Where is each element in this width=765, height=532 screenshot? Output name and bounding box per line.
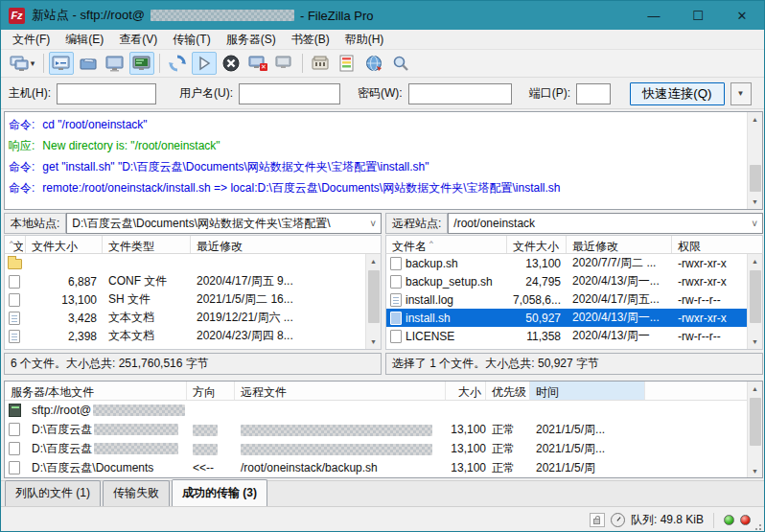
queue-transfer-row[interactable]: D:\百度云盘 13,100 正常 2021/1/5/周... bbox=[5, 420, 762, 439]
menu-bookmarks[interactable]: 书签(B) bbox=[284, 30, 337, 50]
remote-file-row-selected[interactable]: install.sh 50,927 2020/4/13/周一... -rwxr-… bbox=[386, 309, 762, 327]
disconnect-button[interactable]: ✕ bbox=[245, 52, 270, 75]
file-size: 50,927 bbox=[507, 312, 567, 325]
transfer-queue: 服务器/本地文件 方向 远程文件 大小 优先级 时间 sftp://root@ … bbox=[4, 381, 763, 478]
column-header-name[interactable]: ^文件名 bbox=[5, 236, 26, 253]
synchronized-browsing-button[interactable] bbox=[361, 52, 386, 75]
column-header-local-file[interactable]: 服务器/本地文件 bbox=[5, 382, 187, 400]
cancel-operation-button[interactable] bbox=[219, 52, 243, 75]
column-header-name[interactable]: 文件名^ bbox=[386, 236, 507, 253]
column-header-size[interactable]: 文件大小 bbox=[507, 236, 567, 253]
local-list-scrollbar[interactable]: ▲ ▼ bbox=[365, 254, 381, 349]
quickconnect-dropdown-button[interactable]: ▼ bbox=[730, 82, 752, 105]
column-header-remote-file[interactable]: 远程文件 bbox=[235, 382, 446, 400]
log-line-type: 响应: bbox=[9, 139, 35, 152]
scroll-up-icon[interactable]: ▲ bbox=[748, 382, 762, 396]
scrollbar-thumb[interactable] bbox=[750, 398, 761, 446]
file-modified: 2019/12/21/周六 ... bbox=[191, 310, 381, 326]
queue-transfer-row[interactable]: D:\百度云盘\Documents <<-- /root/oneinstack/… bbox=[5, 458, 762, 477]
scroll-down-icon[interactable]: ▼ bbox=[366, 335, 381, 349]
local-file-row[interactable]: 13,100 SH 文件 2021/1/5/周二 16... bbox=[5, 290, 381, 309]
menu-transfer[interactable]: 传输(T) bbox=[165, 30, 218, 50]
toggle-log-view-button[interactable] bbox=[49, 52, 74, 75]
remote-file-row[interactable]: backup_setup.sh 24,795 2020/4/13/周一... -… bbox=[386, 272, 762, 290]
menu-server[interactable]: 服务器(S) bbox=[219, 30, 284, 50]
menu-view[interactable]: 查看(V) bbox=[111, 30, 165, 50]
quickconnect-button[interactable]: 快速连接(Q) bbox=[630, 82, 725, 105]
queue-server-row[interactable]: sftp://root@ bbox=[5, 401, 762, 420]
log-scrollbar[interactable]: ▲ ▼ bbox=[747, 112, 762, 209]
column-header-type[interactable]: 文件类型 bbox=[103, 236, 191, 253]
queue-size-text: 队列: 49.8 KiB bbox=[631, 512, 704, 528]
file-modified: 2021/1/5/周二 16... bbox=[191, 291, 381, 308]
port-input[interactable] bbox=[576, 83, 611, 104]
column-header-modified[interactable]: 最近修改 bbox=[567, 236, 672, 253]
column-header-perms[interactable]: 权限 bbox=[672, 236, 762, 253]
tab-successful-transfers[interactable]: 成功的传输 (3) bbox=[172, 479, 267, 506]
log-line-type: 命令: bbox=[9, 160, 35, 173]
local-file-row[interactable]: 2,398 文本文档 2020/4/23/周四 8... bbox=[5, 327, 381, 345]
remote-path-combobox[interactable]: /root/oneinstack ˅ bbox=[448, 213, 763, 234]
password-input[interactable] bbox=[408, 83, 512, 104]
scroll-up-icon[interactable]: ▲ bbox=[748, 112, 762, 127]
queue-transfer-row[interactable]: D:\百度云盘 13,100 正常 2021/1/5/周... bbox=[5, 439, 762, 458]
scroll-down-icon[interactable]: ▼ bbox=[748, 335, 762, 349]
username-input[interactable] bbox=[239, 83, 340, 104]
tab-queued-files[interactable]: 列队的文件 (1) bbox=[5, 480, 101, 506]
speed-limit-icon[interactable] bbox=[611, 513, 625, 527]
log-line: 命令:get "install.sh" "D:\百度云盘\Documents\网… bbox=[5, 154, 762, 175]
queue-scrollbar[interactable]: ▲ ▼ bbox=[747, 382, 762, 478]
site-manager-button[interactable]: ▾ bbox=[6, 52, 38, 75]
menu-help[interactable]: 帮助(H) bbox=[337, 30, 392, 50]
site-manager-dropdown-icon[interactable]: ▾ bbox=[31, 58, 35, 68]
reconnect-button[interactable] bbox=[272, 52, 297, 75]
toggle-remote-tree-button[interactable] bbox=[103, 52, 128, 75]
filter-button[interactable] bbox=[308, 52, 333, 75]
resize-grip[interactable] bbox=[753, 521, 762, 531]
scroll-up-icon[interactable]: ▲ bbox=[748, 254, 762, 268]
column-header-priority[interactable]: 优先级 bbox=[486, 382, 530, 400]
tab-failed-transfers[interactable]: 传输失败 bbox=[103, 480, 170, 506]
local-file-row[interactable]: 3,428 文本文档 2019/12/21/周六 ... bbox=[5, 309, 381, 327]
remote-file-row[interactable]: install.log 7,058,6... 2020/4/17/周五... -… bbox=[386, 290, 762, 309]
toolbar-separator bbox=[43, 54, 44, 73]
scroll-up-icon[interactable]: ▲ bbox=[366, 254, 381, 268]
local-file-row[interactable]: 6,887 CONF 文件 2020/4/17/周五 9... bbox=[5, 272, 381, 290]
column-header-size[interactable]: 文件大小 bbox=[26, 236, 103, 253]
minimize-button[interactable]: — bbox=[632, 1, 676, 30]
column-header-direction[interactable]: 方向 bbox=[187, 382, 235, 400]
password-label: 密码(W): bbox=[358, 85, 403, 102]
remote-list-scrollbar[interactable]: ▲ ▼ bbox=[747, 254, 762, 349]
refresh-button[interactable] bbox=[165, 52, 190, 75]
search-files-button[interactable] bbox=[388, 52, 413, 75]
close-button[interactable]: ✕ bbox=[720, 1, 764, 30]
column-header-time[interactable]: 时间 bbox=[530, 382, 645, 400]
scroll-down-icon[interactable]: ▼ bbox=[748, 195, 762, 209]
toolbar: ▾ ✕ bbox=[1, 50, 764, 78]
local-path-combobox[interactable]: D:\百度云盘\Documents\网站数据文件夹\宝塔配置\ ˅ bbox=[66, 213, 382, 234]
scrollbar-thumb[interactable] bbox=[750, 270, 761, 323]
file-name: LICENSE bbox=[406, 330, 507, 343]
chevron-down-icon[interactable]: ˅ bbox=[747, 219, 762, 229]
host-input[interactable] bbox=[57, 83, 156, 104]
toggle-local-tree-button[interactable] bbox=[76, 52, 101, 75]
process-queue-button[interactable] bbox=[192, 52, 217, 75]
menu-edit[interactable]: 编辑(E) bbox=[58, 30, 111, 50]
remote-file-row[interactable]: backup.sh 13,100 2020/7/7/周二 ... -rwxr-x… bbox=[386, 254, 762, 272]
column-header-size[interactable]: 大小 bbox=[446, 382, 486, 400]
chevron-down-icon[interactable]: ˅ bbox=[365, 219, 381, 229]
disconnect-x-badge-icon: ✕ bbox=[260, 63, 267, 71]
menu-file[interactable]: 文件(F) bbox=[5, 30, 58, 50]
scrollbar-thumb[interactable] bbox=[368, 270, 380, 323]
window-title-prefix: 新站点 - sftp://root@ bbox=[32, 7, 145, 24]
column-header-modified[interactable]: 最近修改 bbox=[191, 236, 381, 253]
maximize-button[interactable]: ☐ bbox=[676, 1, 720, 30]
remote-file-cell bbox=[235, 423, 446, 436]
scrollbar-thumb[interactable] bbox=[750, 165, 761, 192]
scroll-down-icon[interactable]: ▼ bbox=[748, 464, 762, 478]
toggle-queue-view-button[interactable] bbox=[129, 52, 154, 75]
remote-file-row[interactable]: LICENSE 11,358 2020/4/13/周一 -rw-r--r-- bbox=[386, 327, 762, 345]
local-file-row[interactable] bbox=[5, 254, 381, 272]
remote-path: /root/oneinstack bbox=[453, 217, 535, 230]
directory-comparison-button[interactable] bbox=[335, 52, 359, 75]
